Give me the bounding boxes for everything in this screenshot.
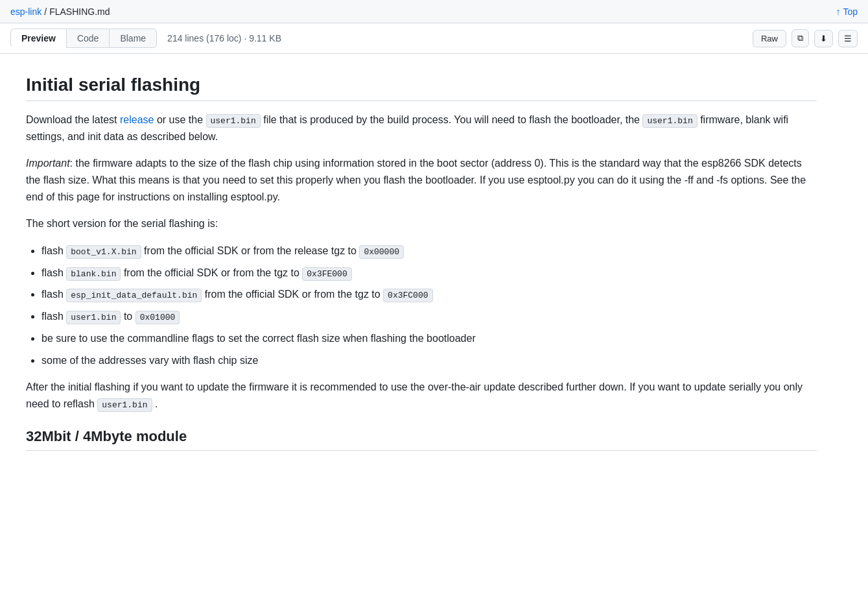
menu-button[interactable]: ☰ xyxy=(838,30,858,47)
code-user1-bin-2: user1.bin xyxy=(642,114,697,128)
li2-mid: from the official SDK or from the tgz to xyxy=(121,267,302,278)
breadcrumb: esp-link / FLASHING.md xyxy=(10,6,110,17)
file-info: 214 lines (176 loc) · 9.11 KB xyxy=(167,33,281,43)
list-item-4: flash user1.bin to 0x01000 xyxy=(41,308,817,325)
li1-pre: flash xyxy=(41,245,66,256)
important-em: Important xyxy=(26,158,70,169)
para1-mid-text: or use the xyxy=(154,114,205,125)
heading-initial-serial-flashing: Initial serial flashing xyxy=(26,75,817,101)
main-content: Initial serial flashing Download the lat… xyxy=(0,54,843,482)
download-icon: ⬇ xyxy=(820,34,827,43)
list-item-5: be sure to use the commandline flags to … xyxy=(41,330,817,347)
para4-post-text: . xyxy=(152,398,158,409)
copy-icon: ⧉ xyxy=(797,33,803,43)
code-boot-bin: boot_v1.X.bin xyxy=(66,245,141,259)
code-user1-bin-3: user1.bin xyxy=(66,311,121,324)
tab-blame[interactable]: Blame xyxy=(109,29,157,48)
tab-left-group: Preview Code Blame 214 lines (176 loc) ·… xyxy=(10,29,281,48)
breadcrumb-file: FLASHING.md xyxy=(49,6,110,17)
para1-pre-text: Download the latest xyxy=(26,114,120,125)
flash-list: flash boot_v1.X.bin from the official SD… xyxy=(41,243,817,368)
top-arrow-icon: ↑ xyxy=(836,6,840,17)
list-item-6: some of the addresses vary with flash ch… xyxy=(41,352,817,369)
li6-text: some of the addresses vary with flash ch… xyxy=(41,355,258,366)
code-addr-00000: 0x00000 xyxy=(359,245,404,259)
list-item-1: flash boot_v1.X.bin from the official SD… xyxy=(41,243,817,259)
para2-text: : the firmware adapts to the size of the… xyxy=(26,158,806,202)
li3-pre: flash xyxy=(41,289,66,300)
code-addr-3fe000: 0x3FE000 xyxy=(302,267,351,281)
code-addr-01000: 0x01000 xyxy=(135,311,180,324)
li3-mid: from the official SDK or from the tgz to xyxy=(202,289,383,300)
li4-pre: flash xyxy=(41,311,66,322)
tab-code[interactable]: Code xyxy=(66,29,109,48)
li2-pre: flash xyxy=(41,267,66,278)
copy-button[interactable]: ⧉ xyxy=(792,29,809,47)
li4-mid: to xyxy=(121,311,135,322)
raw-button[interactable]: Raw xyxy=(753,30,786,47)
paragraph-2: Important: the firmware adapts to the si… xyxy=(26,155,817,205)
code-addr-3fc000: 0x3FC000 xyxy=(383,289,432,302)
list-item-3: flash esp_init_data_default.bin from the… xyxy=(41,286,817,303)
code-user1-bin-1: user1.bin xyxy=(206,114,261,128)
file-toolbar: Preview Code Blame 214 lines (176 loc) ·… xyxy=(0,23,868,54)
breadcrumb-separator: / xyxy=(44,6,47,17)
li5-text: be sure to use the commandline flags to … xyxy=(41,333,476,344)
release-link[interactable]: release xyxy=(120,114,154,125)
paragraph-4: After the initial flashing if you want t… xyxy=(26,379,817,412)
breadcrumb-repo-link[interactable]: esp-link xyxy=(10,6,41,17)
code-blank-bin: blank.bin xyxy=(66,267,121,281)
menu-icon: ☰ xyxy=(844,34,852,43)
para1-post-text: file that is produced by the build proce… xyxy=(261,114,643,125)
li1-mid: from the official SDK or from the releas… xyxy=(141,245,360,256)
toolbar-right: Raw ⧉ ⬇ ☰ xyxy=(753,29,858,47)
top-link[interactable]: ↑ Top xyxy=(836,6,858,17)
top-link-label: Top xyxy=(843,6,858,17)
download-button[interactable]: ⬇ xyxy=(814,30,833,47)
paragraph-1: Download the latest release or use the u… xyxy=(26,112,817,145)
top-bar: esp-link / FLASHING.md ↑ Top xyxy=(0,0,868,23)
paragraph-3: The short version for the serial flashin… xyxy=(26,215,817,232)
tab-group: Preview Code Blame xyxy=(10,29,157,48)
heading-32mbit-4mbyte: 32Mbit / 4Mbyte module xyxy=(26,428,817,451)
tab-preview[interactable]: Preview xyxy=(10,29,66,48)
list-item-2: flash blank.bin from the official SDK or… xyxy=(41,265,817,282)
code-esp-init-bin: esp_init_data_default.bin xyxy=(66,289,202,302)
code-user1-bin-4: user1.bin xyxy=(97,398,152,412)
